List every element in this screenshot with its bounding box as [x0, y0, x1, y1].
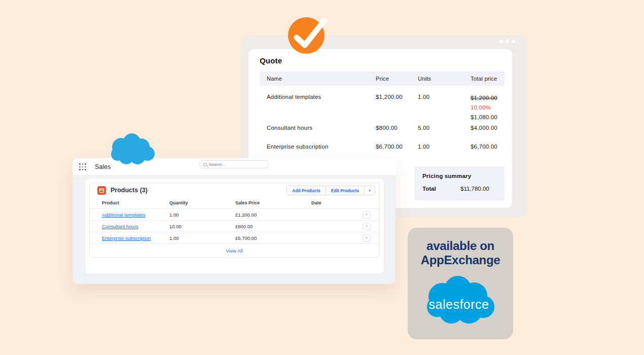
quote-item-units: 1.00 — [418, 93, 471, 100]
total-value: $11,780.00 — [460, 186, 489, 192]
product-link[interactable]: Consultant hours — [102, 224, 169, 229]
col-header-sales-price: Sales Price — [235, 200, 311, 205]
more-actions-button[interactable]: ▼ — [364, 186, 375, 195]
row-actions-button[interactable]: ▼ — [363, 234, 371, 242]
quote-row: Additional templates $1,200.00 1.00 $1,2… — [260, 93, 505, 122]
quote-item-name: Additional templates — [267, 93, 376, 100]
quote-item-name: Consultant hours — [267, 124, 376, 131]
quote-item-units: 5.00 — [418, 124, 471, 131]
quote-row: Consultant hours $800.00 5.00 $4,000.00 — [260, 124, 505, 131]
quantity-cell: 1.00 — [169, 235, 235, 241]
window-dot[interactable] — [512, 40, 515, 43]
quantity-cell: 10.00 — [169, 224, 235, 229]
quote-item-price: $6,700.00 — [376, 143, 418, 150]
product-link[interactable]: Additional templates — [102, 212, 169, 218]
table-row: Enterprise subscription 1.00 £6,700.00 ▼ — [90, 232, 379, 243]
quote-title: Quote — [260, 56, 282, 65]
appexchange-text: available on AppExchange — [408, 239, 513, 267]
col-header-name: Name — [267, 76, 376, 82]
salesforce-window: Sales Products (3) — [73, 158, 396, 284]
global-search[interactable] — [199, 160, 269, 168]
quote-table-header: Name Price Units Total price — [260, 72, 505, 86]
badge-line-1: available on — [408, 239, 513, 253]
quote-item-price: $800.00 — [376, 124, 418, 131]
sales-price-cell: £800.00 — [235, 224, 311, 229]
salesforce-wordmark: salesforce — [429, 297, 489, 311]
appexchange-badge: available on AppExchange salesforce — [408, 228, 513, 339]
total-label: Total — [422, 186, 436, 192]
discounted-total: $1,080.00 — [471, 113, 505, 122]
col-header-product: Product — [102, 200, 169, 205]
quote-item-total: $4,000.00 — [471, 124, 505, 131]
products-related-list: Products (3) Add Products Edit Products … — [89, 183, 379, 258]
sales-price-cell: £1,200.00 — [235, 212, 311, 218]
col-header-date: Date — [311, 200, 363, 205]
view-all-link[interactable]: View All — [226, 248, 242, 254]
pricing-summary-title: Pricing summary — [422, 173, 471, 179]
quote-row: Enterprise subscription $6,700.00 1.00 $… — [260, 143, 505, 150]
badge-line-2: AppExchange — [408, 253, 513, 267]
table-row: Consultant hours 10.00 £800.00 ▼ — [90, 220, 379, 232]
checkmark-icon — [283, 13, 334, 61]
cloud-icon — [108, 132, 158, 168]
quote-item-name: Enterprise subscription — [267, 143, 376, 150]
quote-item-total-stack: $1,200.00 10.00% $1,080.00 — [471, 93, 505, 122]
add-products-button[interactable]: Add Products — [287, 186, 326, 195]
product-link[interactable]: Enterprise subscription — [102, 235, 169, 241]
col-header-units: Units — [418, 76, 471, 82]
salesforce-body: Products (3) Add Products Edit Products … — [73, 175, 396, 284]
pricing-summary: Pricing summary Total $11,780.00 — [414, 166, 505, 200]
sales-price-cell: £6,700.00 — [235, 235, 311, 241]
window-dot[interactable] — [499, 40, 503, 43]
quote-item-total: $6,700.00 — [471, 143, 505, 150]
table-row: Additional templates 1.00 £1,200.00 ▼ — [90, 208, 379, 220]
products-card-title: Products (3) — [111, 187, 148, 194]
products-table-header: Product Quantity Sales Price Date — [90, 197, 379, 208]
record-panel: Products (3) Add Products Edit Products … — [85, 179, 384, 274]
col-header-quantity: Quantity — [169, 200, 235, 205]
search-input[interactable] — [209, 162, 264, 167]
discount-percent: 10.00% — [471, 103, 505, 113]
products-card-header: Products (3) Add Products Edit Products … — [90, 183, 379, 197]
products-actions: Add Products Edit Products ▼ — [287, 186, 375, 195]
quote-item-price: $1,200.00 — [376, 93, 418, 100]
list-footer: View All — [90, 243, 379, 258]
salesforce-logo: salesforce — [422, 274, 498, 328]
row-actions-button[interactable]: ▼ — [363, 211, 371, 219]
window-controls[interactable] — [499, 40, 515, 43]
original-total: $1,200.00 — [471, 93, 505, 103]
col-header-price: Price — [376, 76, 418, 82]
search-icon — [203, 163, 207, 166]
col-header-total: Total price — [471, 76, 505, 82]
quote-item-units: 1.00 — [418, 143, 471, 150]
window-dot[interactable] — [506, 40, 509, 43]
row-actions-button[interactable]: ▼ — [363, 223, 371, 230]
quantity-cell: 1.00 — [169, 212, 235, 218]
products-icon — [97, 186, 106, 195]
marketing-graphic: Quote Name Price Units Total price Addit… — [0, 0, 644, 355]
edit-products-button[interactable]: Edit Products — [326, 186, 364, 195]
app-launcher-icon[interactable] — [79, 163, 86, 170]
